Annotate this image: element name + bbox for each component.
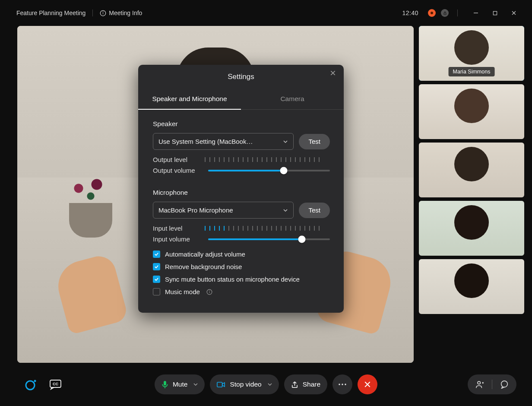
sync-mute-checkbox[interactable]: Sync mute button status on microphone de… (153, 276, 330, 283)
participant-thumbnail[interactable] (419, 143, 524, 197)
speaker-section-title: Speaker (153, 120, 330, 128)
svg-point-2 (103, 12, 104, 12)
chevron-down-icon (283, 208, 288, 213)
check-icon (154, 277, 159, 282)
maximize-button[interactable] (491, 9, 499, 17)
info-icon (100, 10, 106, 16)
participants-button[interactable] (475, 380, 484, 389)
output-volume-label: Output volume (153, 167, 204, 174)
mute-label: Mute (173, 381, 187, 388)
music-mode-checkbox[interactable]: Music mode (153, 288, 330, 295)
svg-point-25 (478, 381, 480, 384)
svg-rect-3 (443, 13, 446, 15)
participant-strip: Maria Simmons (419, 26, 524, 363)
input-volume-slider[interactable] (208, 238, 330, 240)
tab-speaker-microphone[interactable]: Speaker and Microphone (138, 89, 241, 110)
output-level-label: Output level (153, 156, 200, 163)
output-level-meter (205, 157, 330, 162)
minimize-button[interactable] (472, 9, 480, 17)
svg-rect-17 (164, 381, 166, 385)
microphone-device-dropdown[interactable]: MacBook Pro Microphone (153, 202, 294, 219)
svg-rect-19 (217, 382, 222, 387)
svg-point-12 (209, 291, 210, 291)
settings-dialog: Settings Speaker and Microphone Camera S… (138, 65, 344, 313)
meeting-info-label: Meeting Info (109, 10, 142, 16)
stop-video-button[interactable]: Stop video (210, 374, 279, 394)
divider (457, 10, 458, 16)
remove-noise-label: Remove background noise (165, 263, 242, 270)
participant-name: Maria Simmons (449, 67, 495, 76)
svg-point-22 (345, 384, 346, 385)
settings-close-button[interactable] (330, 70, 338, 78)
check-icon (154, 264, 159, 269)
test-speaker-button[interactable]: Test (299, 134, 330, 149)
captions-button[interactable]: CC (49, 379, 61, 390)
microphone-device-value: MacBook Pro Microphone (158, 206, 233, 214)
divider (92, 10, 93, 16)
speaker-device-dropdown[interactable]: Use System Setting (MacBook… (153, 133, 294, 150)
participant-thumbnail[interactable] (419, 84, 524, 139)
brand-icon[interactable] (24, 378, 36, 390)
auto-volume-checkbox[interactable]: Automatically adjust volume (153, 251, 330, 258)
participant-thumbnail[interactable] (419, 259, 524, 314)
leave-button[interactable] (358, 374, 377, 394)
video-icon (217, 381, 225, 388)
input-volume-label: Input volume (153, 235, 204, 243)
svg-point-21 (342, 384, 343, 385)
info-icon[interactable] (206, 289, 212, 295)
chevron-down-icon (268, 382, 272, 387)
participant-thumbnail[interactable] (419, 201, 524, 256)
person-icon (475, 380, 484, 389)
titlebar: Feature Planning Meeting Meeting Info 12… (0, 0, 532, 26)
close-icon (330, 70, 336, 76)
remove-noise-checkbox[interactable]: Remove background noise (153, 263, 330, 270)
microphone-section-title: Microphone (153, 189, 330, 197)
lock-icon (443, 11, 447, 15)
settings-title: Settings (138, 73, 344, 81)
chevron-down-icon (193, 382, 198, 387)
close-button[interactable] (510, 9, 518, 17)
share-button[interactable]: Share (284, 374, 327, 394)
share-icon (291, 381, 298, 388)
bottom-toolbar: CC Mute Stop video Share (0, 363, 532, 406)
svg-rect-5 (493, 11, 497, 15)
share-label: Share (303, 381, 320, 388)
tab-camera[interactable]: Camera (241, 89, 344, 109)
svg-point-20 (339, 384, 340, 385)
recording-indicator[interactable] (428, 9, 436, 17)
input-level-label: Input level (153, 225, 200, 232)
chat-icon (500, 380, 509, 389)
input-level-meter (205, 226, 330, 231)
stop-video-label: Stop video (230, 381, 261, 388)
speaker-device-value: Use System Setting (MacBook… (158, 138, 253, 145)
music-mode-label: Music mode (165, 288, 200, 295)
participant-thumbnail[interactable]: Maria Simmons (419, 26, 524, 81)
check-icon (154, 252, 159, 257)
output-volume-slider[interactable] (208, 170, 330, 171)
meeting-title: Feature Planning Meeting (16, 10, 86, 16)
lock-indicator[interactable] (441, 9, 449, 17)
chat-button[interactable] (500, 380, 509, 389)
auto-volume-label: Automatically adjust volume (165, 251, 245, 258)
svg-point-14 (34, 380, 36, 382)
sync-mute-label: Sync mute button status on microphone de… (165, 276, 300, 283)
svg-point-13 (26, 381, 35, 390)
mute-button[interactable]: Mute (155, 374, 205, 394)
test-microphone-button[interactable]: Test (299, 203, 330, 218)
more-button[interactable] (332, 374, 352, 394)
chevron-down-icon (283, 139, 288, 144)
more-icon (339, 384, 346, 385)
close-icon (364, 381, 371, 388)
microphone-icon (162, 381, 168, 389)
svg-point-28 (501, 381, 508, 387)
svg-text:CC: CC (53, 382, 58, 386)
meeting-time: 12:40 (402, 10, 418, 16)
meeting-info-button[interactable]: Meeting Info (100, 10, 142, 16)
